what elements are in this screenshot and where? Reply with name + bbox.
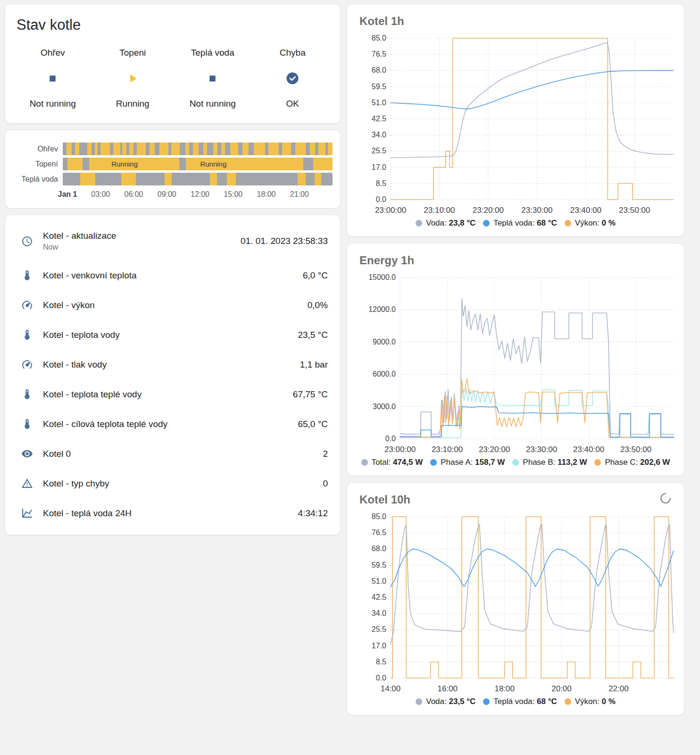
timeline-axis-tick: 12:00 xyxy=(191,190,209,199)
chart-canvas[interactable]: 15000.012000.09000.06000.03000.00.023:00… xyxy=(353,271,678,456)
check-circle-icon[interactable] xyxy=(285,71,300,86)
chart-title: Kotel 10h xyxy=(359,493,410,506)
svg-text:12000.0: 12000.0 xyxy=(368,305,396,313)
timeline-segment xyxy=(146,143,149,155)
timeline-axis-tick: Jan 1 xyxy=(58,190,77,199)
entity-name: Kotel - typ chyby xyxy=(43,478,323,489)
chart-card-kotel-1h: Kotel 1h 85.076.568.059.551.042.534.025.… xyxy=(347,4,684,237)
timeline-segment xyxy=(121,173,136,185)
timeline-segment xyxy=(180,143,185,155)
legend-dot-icon xyxy=(483,698,490,705)
timeline-row-tepl-voda: Teplá voda xyxy=(13,173,333,185)
timeline-segment xyxy=(179,158,186,170)
play-icon[interactable] xyxy=(125,71,140,86)
legend-item-total: Total: 474,5 W xyxy=(361,458,423,467)
legend-dot-icon xyxy=(594,459,601,466)
svg-text:34.0: 34.0 xyxy=(372,609,386,617)
timeline-bar[interactable] xyxy=(63,143,333,155)
entity-row-kotel-v-kon[interactable]: Kotel - výkon0,0% xyxy=(13,290,333,320)
entity-row-kotel-venkovn-teplota[interactable]: Kotel - venkovní teplota6,0 °C xyxy=(13,260,333,290)
status-label: Teplá voda xyxy=(191,48,234,58)
timeline-segment xyxy=(230,143,238,155)
chart-canvas[interactable]: 85.076.568.059.551.042.534.025.517.08.50… xyxy=(353,32,678,217)
entity-row-kotel-teplota-tepl-vody[interactable]: Kotel - teplota teplé vody67,75 °C xyxy=(13,379,333,409)
status-state: OK xyxy=(286,99,299,109)
timeline-segment xyxy=(254,143,265,155)
entity-row-kotel-aktualizace[interactable]: Kotel - aktualizaceNow01. 01. 2023 23:58… xyxy=(13,222,333,260)
svg-text:3000.0: 3000.0 xyxy=(373,403,396,411)
timeline-segment xyxy=(150,143,155,155)
svg-text:59.5: 59.5 xyxy=(372,83,386,91)
status-state: Not running xyxy=(30,99,76,109)
stop-icon[interactable] xyxy=(207,71,218,86)
timeline-segment xyxy=(268,143,278,155)
svg-text:23:20:00: 23:20:00 xyxy=(473,206,504,215)
stop-icon[interactable] xyxy=(47,71,58,86)
dashboard: Stav kotle OhřevNot runningTopeniRunning… xyxy=(0,0,700,719)
kotel-1h-chart[interactable]: 85.076.568.059.551.042.534.025.517.08.50… xyxy=(353,32,678,217)
legend-item-voda: Voda: 23,5 °C xyxy=(416,697,475,706)
svg-text:0.0: 0.0 xyxy=(385,435,396,443)
svg-text:68.0: 68.0 xyxy=(372,545,386,553)
chart-card-kotel-10h: Kotel 10h 85.076.568.059.551.042.534.025… xyxy=(347,482,684,715)
timeline-segment xyxy=(136,173,165,185)
timeline-segment xyxy=(265,143,268,155)
svg-text:76.5: 76.5 xyxy=(372,50,386,58)
entity-name: Kotel - teplota vody xyxy=(43,330,298,340)
svg-text:8.5: 8.5 xyxy=(376,658,386,666)
timeline-segment xyxy=(298,173,306,185)
entity-row-kotel-0[interactable]: Kotel 02 xyxy=(13,439,333,469)
entity-name: Kotel - aktualizace xyxy=(43,231,241,241)
entity-name: Kotel 0 xyxy=(43,449,323,459)
timeline-segment xyxy=(207,143,213,155)
energy-1h-chart[interactable]: 15000.012000.09000.06000.03000.00.023:00… xyxy=(353,271,678,456)
timeline-bar[interactable] xyxy=(63,173,333,185)
chart-canvas[interactable]: 85.076.568.059.551.042.534.025.517.08.50… xyxy=(353,510,678,695)
entity-value: 0 xyxy=(323,478,328,489)
status-item-topeni: TopeniRunning xyxy=(93,48,173,109)
kotel-10h-chart[interactable]: 85.076.568.059.551.042.534.025.517.08.50… xyxy=(353,510,678,695)
timeline-segment xyxy=(306,143,310,155)
timeline-segment xyxy=(165,173,172,185)
thermometer-icon xyxy=(17,329,36,341)
timeline-bar[interactable]: RunningRunning xyxy=(63,158,333,170)
entity-secondary: Now xyxy=(43,243,241,252)
svg-text:0.0: 0.0 xyxy=(376,674,386,682)
gauge-icon xyxy=(17,359,36,370)
timeline-segment xyxy=(63,143,67,155)
entity-name: Kotel - venkovní teplota xyxy=(43,270,303,281)
legend-dot-icon xyxy=(361,459,368,466)
timeline-segment xyxy=(87,143,91,155)
entity-value: 2 xyxy=(323,449,328,459)
entity-name: Kotel - teplota teplé vody xyxy=(43,389,293,400)
timeline-segment xyxy=(159,143,168,155)
entity-row-kotel-typ-chyby[interactable]: Kotel - typ chyby0 xyxy=(13,469,333,498)
entity-row-kotel-tepl-voda-24h[interactable]: Kotel - teplá voda 24H4:34:12 xyxy=(13,498,333,528)
timeline-axis: Jan 103:0006:0009:0012:0015:0018:0021:00 xyxy=(67,190,333,201)
timeline-segment xyxy=(83,158,89,170)
legend-item-voda: Voda: 23,8 °C xyxy=(416,218,475,228)
timeline-segment xyxy=(315,143,318,155)
timeline-segment xyxy=(225,143,230,155)
timeline-segment xyxy=(63,158,67,170)
timeline-segment xyxy=(89,158,179,170)
svg-text:23:30:00: 23:30:00 xyxy=(521,206,552,215)
svg-text:22:00: 22:00 xyxy=(608,684,629,693)
timeline-segment xyxy=(113,143,120,155)
timeline-segment xyxy=(306,173,315,185)
svg-text:23:00:00: 23:00:00 xyxy=(384,445,416,454)
entity-value: 0,0% xyxy=(308,300,328,310)
svg-text:6000.0: 6000.0 xyxy=(373,370,396,378)
timeline-axis-tick: 18:00 xyxy=(257,190,275,199)
entities-card: Kotel - aktualizaceNow01. 01. 2023 23:58… xyxy=(5,215,341,535)
thermometer-icon xyxy=(17,388,36,400)
timeline-axis-tick: 03:00 xyxy=(91,190,110,199)
timeline-segment xyxy=(213,143,217,155)
legend-dot-icon xyxy=(565,698,571,705)
timeline-axis-tick: 15:00 xyxy=(224,190,242,199)
eye-icon xyxy=(17,448,36,460)
entity-row-kotel-c-lov-teplota-tepl-vody[interactable]: Kotel - cílová teplota teplé vody65,0 °C xyxy=(13,409,333,439)
right-column: Kotel 1h 85.076.568.059.551.042.534.025.… xyxy=(347,4,684,715)
entity-row-kotel-tlak-vody[interactable]: Kotel - tlak vody1,1 bar xyxy=(13,350,333,379)
entity-row-kotel-teplota-vody[interactable]: Kotel - teplota vody23,5 °C xyxy=(13,320,333,350)
